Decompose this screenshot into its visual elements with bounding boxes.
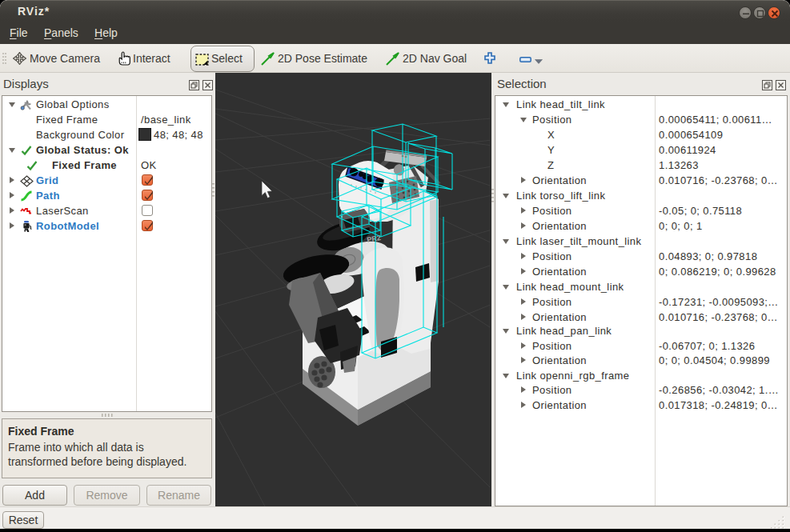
svg-text:PR2: PR2 (367, 234, 382, 244)
